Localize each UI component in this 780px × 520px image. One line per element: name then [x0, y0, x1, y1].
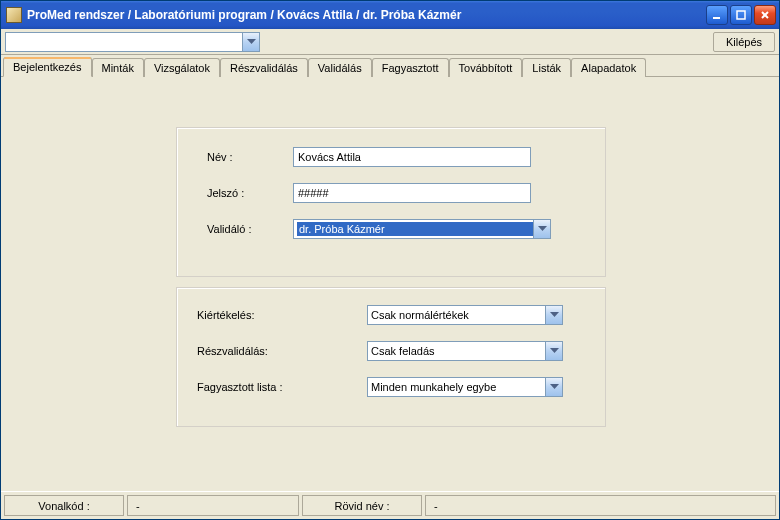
status-barcode-label: Vonalkód : [4, 495, 124, 516]
window-title: ProMed rendszer / Laboratóriumi program … [27, 8, 706, 22]
exit-button-label: Kilépés [726, 36, 762, 48]
toolbar-combo[interactable] [5, 32, 260, 52]
tab-label: Alapadatok [581, 62, 636, 74]
evaluation-value: Csak normálértékek [371, 309, 562, 321]
svg-marker-6 [550, 312, 559, 317]
partvalidation-value: Csak feladás [371, 345, 562, 357]
validator-label: Validáló : [207, 223, 293, 235]
svg-line-2 [762, 12, 768, 18]
partvalidation-label: Részvalidálás: [197, 345, 367, 357]
titlebar: ProMed rendszer / Laboratóriumi program … [1, 1, 779, 29]
chevron-down-icon[interactable] [545, 378, 562, 396]
app-icon [6, 7, 22, 23]
chevron-down-icon[interactable] [533, 220, 550, 238]
status-barcode-value: - [127, 495, 299, 516]
tab-label: Bejelentkezés [13, 61, 82, 73]
minimize-button[interactable] [706, 5, 728, 25]
exit-button[interactable]: Kilépés [713, 32, 775, 52]
svg-marker-7 [550, 348, 559, 353]
tab-label: Vizsgálatok [154, 62, 210, 74]
options-panel: Kiértékelés: Csak normálértékek Részvali… [176, 287, 606, 427]
app-window: ProMed rendszer / Laboratóriumi program … [0, 0, 780, 520]
partvalidation-select[interactable]: Csak feladás [367, 341, 563, 361]
tab-label: Fagyasztott [382, 62, 439, 74]
svg-line-3 [762, 12, 768, 18]
window-controls [706, 5, 776, 25]
tab-content: Név : Jelszó : Validáló : dr. Próba Kázm… [1, 77, 779, 491]
validator-select[interactable]: dr. Próba Kázmér [293, 219, 551, 239]
evaluation-select[interactable]: Csak normálértékek [367, 305, 563, 325]
tab-mintak[interactable]: Minták [92, 58, 144, 77]
status-shortname-label: Rövid név : [302, 495, 422, 516]
close-button[interactable] [754, 5, 776, 25]
maximize-button[interactable] [730, 5, 752, 25]
tab-bejelentkezes[interactable]: Bejelentkezés [3, 57, 92, 77]
password-field[interactable] [293, 183, 531, 203]
svg-marker-8 [550, 384, 559, 389]
tab-alapadatok[interactable]: Alapadatok [571, 58, 646, 77]
frozenlist-select[interactable]: Minden munkahely egybe [367, 377, 563, 397]
chevron-down-icon[interactable] [545, 342, 562, 360]
tab-fagyasztott[interactable]: Fagyasztott [372, 58, 449, 77]
tab-label: Validálás [318, 62, 362, 74]
frozenlist-value: Minden munkahely egybe [371, 381, 562, 393]
status-shortname-value: - [425, 495, 776, 516]
tab-vizsgalatok[interactable]: Vizsgálatok [144, 58, 220, 77]
validator-value: dr. Próba Kázmér [297, 222, 550, 236]
toolbar: Kilépés [1, 29, 779, 55]
tab-label: Listák [532, 62, 561, 74]
name-field[interactable] [293, 147, 531, 167]
chevron-down-icon[interactable] [545, 306, 562, 324]
evaluation-label: Kiértékelés: [197, 309, 367, 321]
chevron-down-icon[interactable] [242, 33, 259, 51]
password-label: Jelszó : [207, 187, 293, 199]
tab-validalas[interactable]: Validálás [308, 58, 372, 77]
svg-marker-5 [538, 226, 547, 231]
name-label: Név : [207, 151, 293, 163]
login-panel: Név : Jelszó : Validáló : dr. Próba Kázm… [176, 127, 606, 277]
svg-marker-4 [247, 39, 256, 44]
tab-reszvalidalas[interactable]: Részvalidálás [220, 58, 308, 77]
tab-label: Minták [102, 62, 134, 74]
statusbar: Vonalkód : - Rövid név : - [1, 491, 779, 519]
frozenlist-label: Fagyasztott lista : [197, 381, 367, 393]
svg-rect-1 [737, 11, 745, 19]
tab-label: Részvalidálás [230, 62, 298, 74]
svg-rect-0 [713, 17, 720, 19]
tabstrip: Bejelentkezés Minták Vizsgálatok Részval… [1, 55, 779, 77]
tab-tovabbitott[interactable]: Továbbított [449, 58, 523, 77]
tab-listak[interactable]: Listák [522, 58, 571, 77]
tab-label: Továbbított [459, 62, 513, 74]
